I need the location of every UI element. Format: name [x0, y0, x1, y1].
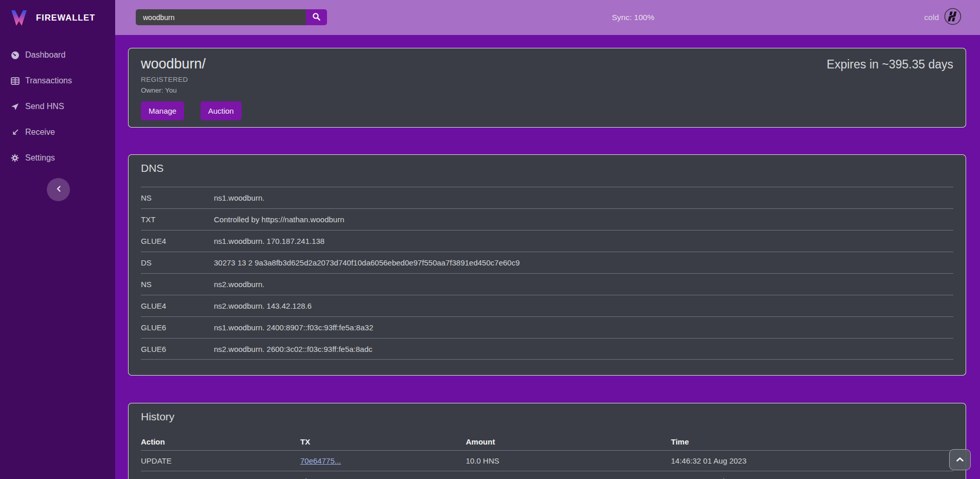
dns-record-row: TXTControlled by https://nathan.woodburn	[141, 208, 953, 230]
history-col-amount: Amount	[466, 437, 671, 446]
sidebar-item-label: Send HNS	[25, 102, 64, 111]
history-tx-cell: 4f0c5e4...	[300, 477, 466, 479]
tx-link[interactable]: 70e64775...	[300, 456, 341, 465]
dns-record-type: GLUE6	[141, 323, 214, 332]
tx-link[interactable]: 4f0c5e4...	[300, 477, 334, 479]
dns-record-type: NS	[141, 193, 214, 202]
dns-table: NSns1.woodburn.TXTControlled by https://…	[141, 187, 953, 360]
history-time: 15:47:36 07 Feb 2023	[671, 477, 953, 479]
history-col-action: Action	[141, 437, 300, 446]
domain-card: woodburn/ REGISTERED Owner: You Manage A…	[128, 48, 966, 128]
firewallet-logo-icon	[8, 7, 30, 28]
handshake-logo-icon	[944, 8, 961, 27]
sync-status: Sync: 100%	[612, 0, 655, 35]
history-time: 14:46:32 01 Aug 2023	[671, 456, 953, 465]
domain-owner: Owner: You	[141, 86, 953, 94]
sidebar-menu: Dashboard Transactions Send HNS	[0, 42, 115, 171]
sidebar-item-transactions[interactable]: Transactions	[0, 68, 115, 94]
dns-record-row: DS30273 13 2 9a3a8fb3d625d2a2073d740f10d…	[141, 252, 953, 273]
dns-record-type: GLUE4	[141, 237, 214, 245]
dns-record-type: GLUE6	[141, 345, 214, 353]
search-icon	[312, 12, 321, 23]
wallet-selector[interactable]: cold	[924, 0, 961, 35]
chevron-left-icon	[56, 185, 62, 194]
chevron-up-icon	[956, 456, 964, 464]
settings-icon	[10, 154, 20, 162]
sidebar-item-settings[interactable]: Settings	[0, 145, 115, 171]
dns-record-type: NS	[141, 280, 214, 289]
sidebar-item-receive[interactable]: Receive	[0, 119, 115, 145]
history-body: UPDATE70e64775...10.0 HNS14:46:32 01 Aug…	[141, 450, 953, 479]
sidebar-item-label: Dashboard	[25, 50, 65, 60]
sidebar-item-dashboard[interactable]: Dashboard	[0, 42, 115, 68]
dns-record-row: GLUE4ns1.woodburn. 170.187.241.138	[141, 230, 953, 252]
domain-actions: Manage Auction	[141, 101, 953, 120]
history-col-time: Time	[671, 437, 953, 446]
dns-record-type: TXT	[141, 215, 214, 224]
history-amount: 10.0 HNS	[466, 456, 671, 465]
sidebar-collapse-button[interactable]	[47, 178, 70, 201]
auction-button[interactable]: Auction	[201, 101, 242, 120]
dns-record-value: ns1.woodburn. 2400:8907::f03c:93ff:fe5a:…	[214, 323, 953, 332]
dns-record-value: ns2.woodburn.	[214, 280, 953, 289]
sidebar: FIREWALLET Dashboard Tran	[0, 0, 115, 479]
dns-record-value: ns1.woodburn. 170.187.241.138	[214, 237, 953, 245]
history-col-tx: TX	[300, 437, 466, 446]
history-tx-cell: 70e64775...	[300, 456, 466, 465]
dns-record-type: DS	[141, 258, 214, 267]
dns-card: DNS NSns1.woodburn.TXTControlled by http…	[128, 154, 966, 376]
send-icon	[10, 102, 20, 111]
history-table: Action TX Amount Time UPDATE70e64775...1…	[141, 433, 953, 479]
transactions-icon	[10, 77, 20, 85]
search-button[interactable]	[306, 9, 327, 25]
dns-record-value: ns2.woodburn. 143.42.128.6	[214, 301, 953, 310]
history-action: UPDATE	[141, 456, 300, 465]
sidebar-item-label: Receive	[25, 128, 55, 137]
history-row: UPDATE70e64775...10.0 HNS14:46:32 01 Aug…	[141, 450, 953, 471]
search-group	[136, 9, 327, 25]
search-input[interactable]	[136, 9, 306, 25]
dns-heading: DNS	[141, 162, 953, 174]
main-content: woodburn/ REGISTERED Owner: You Manage A…	[115, 35, 980, 479]
sidebar-item-label: Transactions	[25, 76, 72, 85]
brand: FIREWALLET	[0, 0, 115, 35]
dashboard-icon	[10, 51, 20, 59]
dns-record-value: ns2.woodburn. 2600:3c02::f03c:93ff:fe5a:…	[214, 345, 953, 353]
history-action: RENEW	[141, 477, 300, 479]
domain-expiry: Expires in ~395.35 days	[827, 58, 953, 72]
history-row: RENEW4f0c5e4...10.0 HNS15:47:36 07 Feb 2…	[141, 471, 953, 479]
dns-record-row: NSns1.woodburn.	[141, 187, 953, 208]
wallet-mode-label: cold	[924, 13, 939, 22]
dns-record-type: GLUE4	[141, 301, 214, 310]
topbar: Sync: 100% cold	[115, 0, 980, 35]
history-header-row: Action TX Amount Time	[141, 433, 953, 450]
domain-status: REGISTERED	[141, 76, 953, 83]
brand-name: FIREWALLET	[36, 13, 95, 23]
dns-record-row: GLUE6ns2.woodburn. 2600:3c02::f03c:93ff:…	[141, 338, 953, 360]
dns-record-value: 30273 13 2 9a3a8fb3d625d2a2073d740f10da6…	[214, 258, 953, 267]
sidebar-item-send-hns[interactable]: Send HNS	[0, 94, 115, 119]
sidebar-item-label: Settings	[25, 153, 55, 163]
dns-record-value: Controlled by https://nathan.woodburn	[214, 215, 953, 224]
receive-icon	[10, 128, 20, 136]
dns-record-row: NSns2.woodburn.	[141, 273, 953, 295]
history-heading: History	[141, 411, 953, 423]
scroll-to-top-button[interactable]	[949, 449, 971, 470]
history-amount: 10.0 HNS	[466, 477, 671, 479]
dns-record-value: ns1.woodburn.	[214, 193, 953, 202]
dns-record-row: GLUE4ns2.woodburn. 143.42.128.6	[141, 295, 953, 316]
history-card: History Action TX Amount Time UPDATE70e6…	[128, 403, 966, 479]
manage-button[interactable]: Manage	[141, 101, 184, 120]
dns-record-row: GLUE6ns1.woodburn. 2400:8907::f03c:93ff:…	[141, 316, 953, 338]
